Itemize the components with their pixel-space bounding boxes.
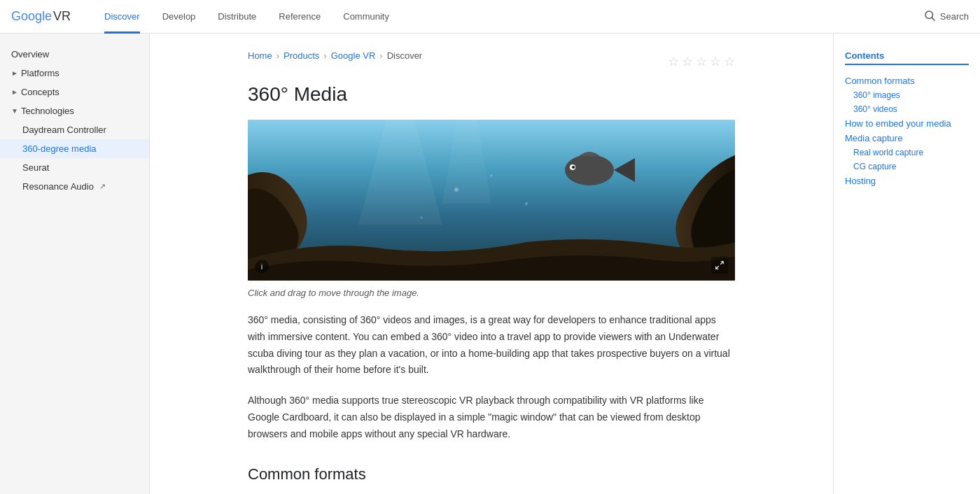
body-text-1: 360° media, consisting of 360° videos an… <box>248 312 735 379</box>
breadcrumb-sep-1: › <box>276 50 279 61</box>
breadcrumb-current: Discover <box>387 50 423 61</box>
sidebar-label-concepts: Concepts <box>21 87 59 97</box>
svg-point-9 <box>454 188 458 192</box>
nav-links: Discover Develop Distribute Reference Co… <box>93 0 923 34</box>
nav-develop[interactable]: Develop <box>151 0 207 34</box>
chevron-icon-technologies: ▼ <box>11 107 18 115</box>
toc-360-images[interactable]: 360° images <box>845 88 969 102</box>
svg-line-14 <box>716 266 719 269</box>
svg-point-0 <box>925 11 933 19</box>
sidebar-label-360: 360-degree media <box>22 143 97 154</box>
svg-point-10 <box>490 174 493 177</box>
star-3[interactable]: ☆ <box>696 54 707 69</box>
nav-community[interactable]: Community <box>332 0 400 34</box>
sidebar-label-technologies: Technologies <box>21 106 74 116</box>
svg-line-13 <box>720 262 723 264</box>
logo-vr: VR <box>53 9 71 24</box>
image-info-button[interactable]: i <box>255 260 269 274</box>
sidebar-label-daydream: Daydream Controller <box>22 125 106 135</box>
toc-360-videos[interactable]: 360° videos <box>845 102 969 116</box>
page-title: 360° Media <box>248 83 735 106</box>
sidebar-item-concepts[interactable]: ► Concepts <box>0 83 149 101</box>
svg-line-1 <box>932 17 934 20</box>
sidebar-item-seurat[interactable]: Seurat <box>0 158 149 177</box>
media-image[interactable]: i <box>248 120 735 281</box>
search-label: Search <box>940 11 969 22</box>
nav-distribute[interactable]: Distribute <box>206 0 267 34</box>
toc-title: Contents <box>845 50 969 65</box>
breadcrumb-sep-2: › <box>323 50 326 61</box>
image-caption: Click and drag to move through the image… <box>248 288 735 298</box>
image-fullscreen-button[interactable] <box>711 257 728 274</box>
chevron-icon-concepts: ► <box>11 88 18 96</box>
search-button[interactable]: Search <box>923 9 969 24</box>
svg-point-12 <box>420 216 423 219</box>
sidebar-item-overview[interactable]: Overview <box>0 45 149 64</box>
sidebar-label-resonance: Resonance Audio <box>22 181 94 192</box>
toc-media-capture[interactable]: Media capture <box>845 131 969 146</box>
toc-common-formats[interactable]: Common formats <box>845 73 969 88</box>
main-content: Home › Products › Google VR › Discover ☆… <box>150 34 833 494</box>
sidebar-label-overview: Overview <box>11 49 49 59</box>
toc-embed[interactable]: How to embed your media <box>845 116 969 131</box>
svg-point-8 <box>572 166 575 169</box>
breadcrumb-row: Home › Products › Google VR › Discover ☆… <box>248 50 735 72</box>
breadcrumb: Home › Products › Google VR › Discover <box>248 50 422 61</box>
right-sidebar-toc: Contents Common formats 360° images 360°… <box>833 34 980 494</box>
underwater-scene <box>248 120 735 281</box>
sidebar-item-technologies[interactable]: ▼ Technologies <box>0 101 149 120</box>
nav-discover[interactable]: Discover <box>93 0 151 34</box>
breadcrumb-googlevr[interactable]: Google VR <box>331 50 376 61</box>
toc-real-world[interactable]: Real world capture <box>845 146 969 160</box>
star-4[interactable]: ☆ <box>710 54 721 69</box>
section-heading-formats: Common formats <box>248 465 735 484</box>
toc-hosting[interactable]: Hosting <box>845 174 969 188</box>
star-5[interactable]: ☆ <box>724 54 735 69</box>
star-2[interactable]: ☆ <box>682 54 693 69</box>
toc-cg-capture[interactable]: CG capture <box>845 160 969 174</box>
logo[interactable]: Google VR <box>11 9 71 24</box>
breadcrumb-home[interactable]: Home <box>248 50 272 61</box>
logo-google: Google <box>11 9 52 24</box>
sidebar-item-daydream-controller[interactable]: Daydream Controller <box>0 120 149 139</box>
page-layout: Overview ► Platforms ► Concepts ▼ Techno… <box>0 34 980 494</box>
svg-point-11 <box>525 202 528 205</box>
breadcrumb-sep-3: › <box>379 50 382 61</box>
left-sidebar: Overview ► Platforms ► Concepts ▼ Techno… <box>0 34 150 494</box>
breadcrumb-products[interactable]: Products <box>284 50 319 61</box>
top-navigation: Google VR Discover Develop Distribute Re… <box>0 0 980 34</box>
content-wrapper: Home › Products › Google VR › Discover ☆… <box>225 34 757 494</box>
star-rating[interactable]: ☆ ☆ ☆ ☆ ☆ <box>668 54 735 69</box>
sidebar-item-platforms[interactable]: ► Platforms <box>0 64 149 83</box>
search-icon <box>923 9 936 24</box>
nav-reference[interactable]: Reference <box>267 0 332 34</box>
sidebar-label-seurat: Seurat <box>22 162 49 173</box>
body-text-2: Although 360° media supports true stereo… <box>248 393 735 442</box>
chevron-icon-platforms: ► <box>11 69 18 77</box>
svg-point-5 <box>565 155 614 185</box>
sidebar-item-360-media[interactable]: 360-degree media <box>0 139 149 158</box>
sidebar-item-resonance[interactable]: Resonance Audio ↗ <box>0 177 149 196</box>
external-link-icon: ↗ <box>99 182 106 191</box>
sidebar-label-platforms: Platforms <box>21 68 59 78</box>
star-1[interactable]: ☆ <box>668 54 679 69</box>
